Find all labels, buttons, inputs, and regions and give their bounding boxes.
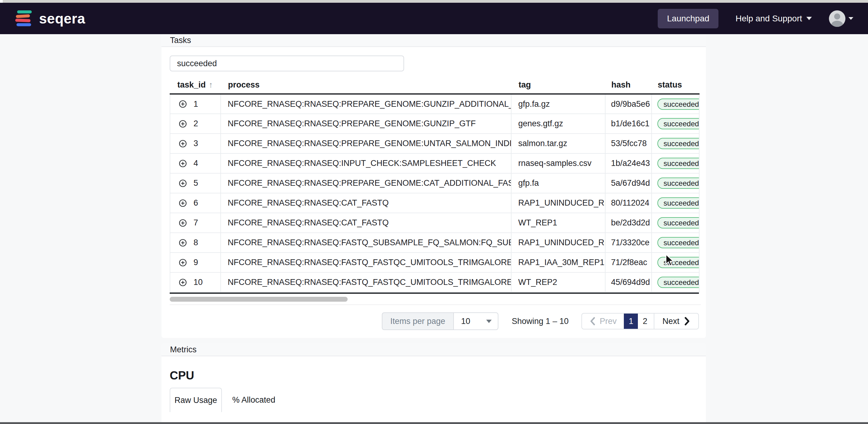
hash-cell: be/2d3d2d	[605, 213, 652, 233]
expand-row-icon[interactable]	[179, 160, 187, 167]
expand-row-icon[interactable]	[179, 279, 187, 287]
caret-down-icon	[806, 17, 812, 20]
table-row[interactable]: 9 NFCORE_RNASEQ:RNASEQ:FASTQ_FASTQC_UMIT…	[170, 253, 699, 272]
expand-row-icon[interactable]	[179, 259, 187, 267]
column-header-status[interactable]: status	[652, 76, 699, 94]
tag-cell: RAP1_UNINDUCED_REP1	[511, 233, 605, 253]
tab-percent-allocated[interactable]: % Allocated	[222, 388, 286, 412]
seqera-logo[interactable]: seqera	[14, 10, 85, 28]
browser-edge-strip	[0, 0, 868, 3]
next-page-button[interactable]: Next	[654, 317, 698, 326]
pager: Prev 1 2 Next	[581, 313, 699, 329]
table-row[interactable]: 10 NFCORE_RNASEQ:RNASEQ:FASTQ_FASTQC_UMI…	[170, 272, 699, 292]
table-row[interactable]: 4 NFCORE_RNASEQ:RNASEQ:INPUT_CHECK:SAMPL…	[170, 154, 699, 173]
expand-row-icon[interactable]	[179, 100, 187, 108]
hash-cell: 71/2f8eac	[605, 253, 652, 272]
status-badge: succeeded	[657, 217, 699, 228]
task-id-value: 4	[193, 159, 198, 168]
task-id-value: 8	[193, 238, 198, 248]
hash-cell: 5a/67d94d	[605, 173, 652, 193]
items-per-page-label: Items per page	[382, 312, 453, 330]
status-badge: succeeded	[657, 277, 699, 288]
expand-row-icon[interactable]	[179, 219, 187, 227]
table-row[interactable]: 7 NFCORE_RNASEQ:RNASEQ:CAT_FASTQ WT_REP1…	[170, 213, 699, 233]
chevron-right-icon	[684, 317, 690, 326]
help-menu-label: Help and Support	[736, 14, 802, 24]
status-badge: succeeded	[657, 118, 699, 129]
tasks-table-body: 1 NFCORE_RNASEQ:RNASEQ:PREPARE_GENOME:GU…	[170, 94, 699, 292]
tasks-search-input[interactable]	[170, 56, 404, 71]
divider	[170, 304, 701, 305]
help-and-support-menu[interactable]: Help and Support	[736, 14, 812, 24]
task-id-value: 7	[193, 218, 198, 228]
task-id-value: 1	[193, 99, 198, 109]
page-button-1[interactable]: 1	[624, 313, 638, 329]
items-per-page-control: Items per page 10	[382, 312, 498, 330]
hash-cell: d9/9ba5e6	[605, 94, 652, 114]
table-row[interactable]: 2 NFCORE_RNASEQ:RNASEQ:PREPARE_GENOME:GU…	[170, 114, 699, 134]
tasks-card-header: Tasks	[161, 34, 706, 47]
table-row[interactable]: 5 NFCORE_RNASEQ:RNASEQ:PREPARE_GENOME:CA…	[170, 173, 699, 193]
tag-cell: gfp.fa	[511, 173, 605, 193]
expand-row-icon[interactable]	[179, 140, 187, 148]
expand-row-icon[interactable]	[179, 199, 187, 207]
process-cell: NFCORE_RNASEQ:RNASEQ:FASTQ_SUBSAMPLE_FQ_…	[221, 233, 511, 253]
column-header-process[interactable]: process	[221, 76, 511, 94]
column-header-hash[interactable]: hash	[605, 76, 652, 94]
status-badge: succeeded	[657, 237, 699, 248]
task-id-value: 5	[193, 178, 198, 188]
process-cell: NFCORE_RNASEQ:RNASEQ:PREPARE_GENOME:GUNZ…	[221, 94, 511, 114]
column-header-task-id[interactable]: task_id↑	[170, 76, 221, 94]
metrics-title: Metrics	[170, 345, 196, 354]
process-cell: NFCORE_RNASEQ:RNASEQ:PREPARE_GENOME:UNTA…	[221, 134, 511, 154]
table-row[interactable]: 1 NFCORE_RNASEQ:RNASEQ:PREPARE_GENOME:GU…	[170, 94, 699, 114]
pagination-bar: Items per page 10 Showing 1 – 10 Prev 1 …	[170, 312, 699, 330]
process-cell: NFCORE_RNASEQ:RNASEQ:CAT_FASTQ	[221, 193, 511, 213]
top-navbar: seqera Launchpad Help and Support	[0, 3, 868, 34]
expand-row-icon[interactable]	[179, 120, 187, 128]
avatar	[829, 10, 845, 27]
hash-cell: 1b/a24e43	[605, 154, 652, 173]
expand-row-icon[interactable]	[179, 239, 187, 247]
tasks-table: task_id↑ process tag hash status 1 NFCOR…	[170, 76, 700, 293]
cpu-section-heading: CPU	[170, 369, 699, 382]
process-cell: NFCORE_RNASEQ:RNASEQ:FASTQ_FASTQC_UMITOO…	[221, 253, 511, 272]
table-bottom-border	[170, 293, 699, 294]
status-badge: succeeded	[657, 257, 699, 268]
table-row[interactable]: 8 NFCORE_RNASEQ:RNASEQ:FASTQ_SUBSAMPLE_F…	[170, 233, 699, 253]
status-badge: succeeded	[657, 177, 699, 189]
prev-page-button[interactable]: Prev	[582, 317, 624, 326]
status-badge: succeeded	[657, 158, 699, 169]
items-per-page-select[interactable]: 10	[453, 312, 498, 330]
task-id-value: 10	[193, 278, 203, 287]
status-badge: succeeded	[657, 99, 699, 110]
table-row[interactable]: 3 NFCORE_RNASEQ:RNASEQ:PREPARE_GENOME:UN…	[170, 134, 699, 154]
hash-cell: 45/694d9d	[605, 272, 652, 292]
seqera-logo-icon	[14, 10, 34, 28]
tasks-card: Tasks task_id↑ process tag hash status	[161, 34, 706, 338]
tab-raw-usage[interactable]: Raw Usage	[170, 388, 222, 412]
task-id-value: 6	[193, 198, 198, 208]
sort-ascending-icon: ↑	[209, 80, 213, 89]
process-cell: NFCORE_RNASEQ:RNASEQ:PREPARE_GENOME:GUNZ…	[221, 114, 511, 134]
horizontal-scrollbar-thumb[interactable]	[170, 297, 348, 302]
tag-cell: RAP1_UNINDUCED_REP2	[511, 193, 605, 213]
page-button-2[interactable]: 2	[638, 313, 652, 329]
tag-cell: RAP1_IAA_30M_REP1	[511, 253, 605, 272]
user-menu[interactable]	[829, 10, 854, 27]
tag-cell: WT_REP2	[511, 272, 605, 292]
showing-range-text: Showing 1 – 10	[512, 317, 568, 326]
table-row[interactable]: 6 NFCORE_RNASEQ:RNASEQ:CAT_FASTQ RAP1_UN…	[170, 193, 699, 213]
status-badge: succeeded	[657, 197, 699, 209]
table-header-row: task_id↑ process tag hash status	[170, 76, 699, 94]
tasks-title: Tasks	[170, 36, 191, 45]
column-header-tag[interactable]: tag	[511, 76, 605, 94]
hash-cell: b1/de16c1	[605, 114, 652, 134]
task-id-value: 9	[193, 258, 198, 267]
task-id-value: 3	[193, 139, 198, 148]
task-id-value: 2	[193, 119, 198, 128]
tag-cell: gfp.fa.gz	[511, 94, 605, 114]
launchpad-button[interactable]: Launchpad	[658, 9, 718, 28]
expand-row-icon[interactable]	[179, 180, 187, 187]
process-cell: NFCORE_RNASEQ:RNASEQ:INPUT_CHECK:SAMPLES…	[221, 154, 511, 173]
